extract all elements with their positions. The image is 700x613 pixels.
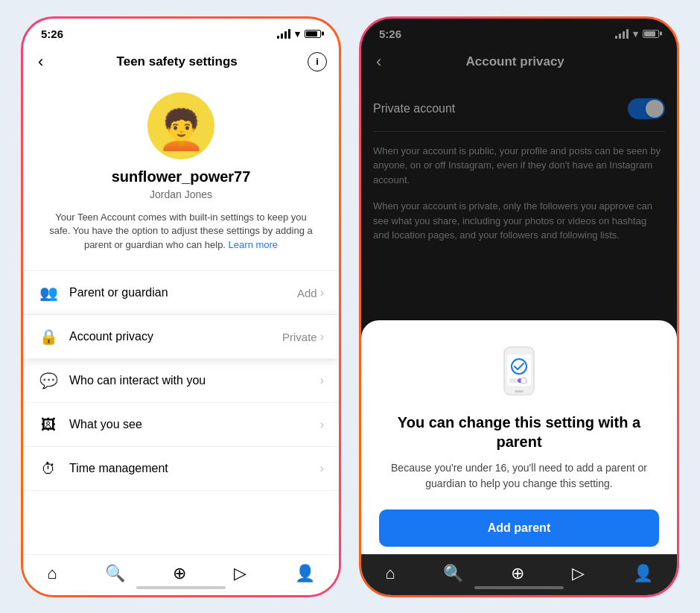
left-back-button[interactable]: ‹ <box>35 49 46 74</box>
svg-rect-3 <box>509 378 518 383</box>
right-nav-profile-icon[interactable]: 👤 <box>633 564 653 583</box>
who-interact-icon: 💬 <box>38 370 59 391</box>
right-phone-wrapper: 5:26 ▾ ‹ Account privacy <box>359 16 679 597</box>
right-home-indicator <box>474 586 564 589</box>
learn-more-link[interactable]: Learn more <box>229 239 278 250</box>
battery-icon <box>305 30 321 38</box>
parent-guardian-label: Parent or guardian <box>69 286 297 299</box>
time-management-label: Time management <box>69 462 320 475</box>
teen-description: Your Teen Account comes with built-in se… <box>47 211 315 253</box>
right-nav-search-icon[interactable]: 🔍 <box>443 564 463 583</box>
left-info-button[interactable]: i <box>308 52 327 72</box>
settings-list: 👥 Parent or guardian Add › 🔒 Account pri… <box>23 270 339 491</box>
account-privacy-label: Account privacy <box>69 330 282 343</box>
settings-item-time-management[interactable]: ⏱ Time management › <box>23 447 339 491</box>
time-management-icon: ⏱ <box>38 458 59 479</box>
time-management-chevron: › <box>320 462 324 475</box>
signal-icon <box>277 29 290 39</box>
who-interact-label: Who can interact with you <box>69 374 320 387</box>
who-interact-chevron: › <box>320 374 324 387</box>
nav-reels-icon[interactable]: ▷ <box>234 564 246 583</box>
modal-description: Because you're under 16, you'll need to … <box>379 460 659 492</box>
parent-guardian-value: Add <box>297 287 317 299</box>
left-status-icons: ▾ <box>277 28 321 39</box>
left-phone-wrapper: 5:26 ▾ ‹ Teen safety settings i <box>21 16 341 597</box>
modal-phone-illustration <box>489 341 549 401</box>
left-home-indicator <box>136 586 226 589</box>
username: sunflower_power77 <box>112 168 251 185</box>
account-privacy-chevron: › <box>320 330 324 343</box>
what-you-see-chevron: › <box>320 418 324 431</box>
left-header: ‹ Teen safety settings i <box>23 43 339 83</box>
parent-guardian-icon: 👥 <box>38 282 59 303</box>
nav-home-icon[interactable]: ⌂ <box>47 564 57 583</box>
add-parent-button[interactable]: Add parent <box>379 509 659 547</box>
right-nav-add-icon[interactable]: ⊕ <box>511 564 524 583</box>
full-name: Jordan Jones <box>150 188 212 200</box>
right-phone-screen: 5:26 ▾ ‹ Account privacy <box>361 19 677 595</box>
left-time: 5:26 <box>41 28 63 40</box>
left-status-bar: 5:26 ▾ <box>23 19 339 43</box>
svg-point-5 <box>521 378 526 384</box>
modal-overlay: You can change this setting with a paren… <box>361 19 677 595</box>
nav-search-icon[interactable]: 🔍 <box>105 564 125 583</box>
nav-profile-icon[interactable]: 👤 <box>295 564 315 583</box>
parent-guardian-chevron: › <box>320 286 324 299</box>
settings-item-what-you-see[interactable]: 🖼 What you see › <box>23 403 339 447</box>
settings-item-parent-guardian[interactable]: 👥 Parent or guardian Add › <box>23 271 339 315</box>
account-privacy-value: Private <box>282 331 317 343</box>
left-page-title: Teen safety settings <box>117 54 238 69</box>
settings-item-account-privacy[interactable]: 🔒 Account privacy Private › <box>23 315 339 359</box>
svg-rect-6 <box>515 390 524 393</box>
avatar-emoji: 🧑‍🦱 <box>157 110 206 149</box>
left-phone-screen: 5:26 ▾ ‹ Teen safety settings i <box>23 19 339 595</box>
modal-title: You can change this setting with a paren… <box>379 413 659 451</box>
wifi-icon: ▾ <box>295 28 300 39</box>
right-nav-home-icon[interactable]: ⌂ <box>385 564 395 583</box>
avatar: 🧑‍🦱 <box>147 92 214 159</box>
what-you-see-icon: 🖼 <box>38 414 59 435</box>
right-nav-reels-icon[interactable]: ▷ <box>572 564 585 583</box>
what-you-see-label: What you see <box>69 418 320 431</box>
profile-section: 🧑‍🦱 sunflower_power77 Jordan Jones Your … <box>23 83 339 268</box>
settings-item-who-interact[interactable]: 💬 Who can interact with you › <box>23 359 339 403</box>
account-privacy-icon: 🔒 <box>38 326 59 347</box>
nav-add-icon[interactable]: ⊕ <box>173 564 186 583</box>
